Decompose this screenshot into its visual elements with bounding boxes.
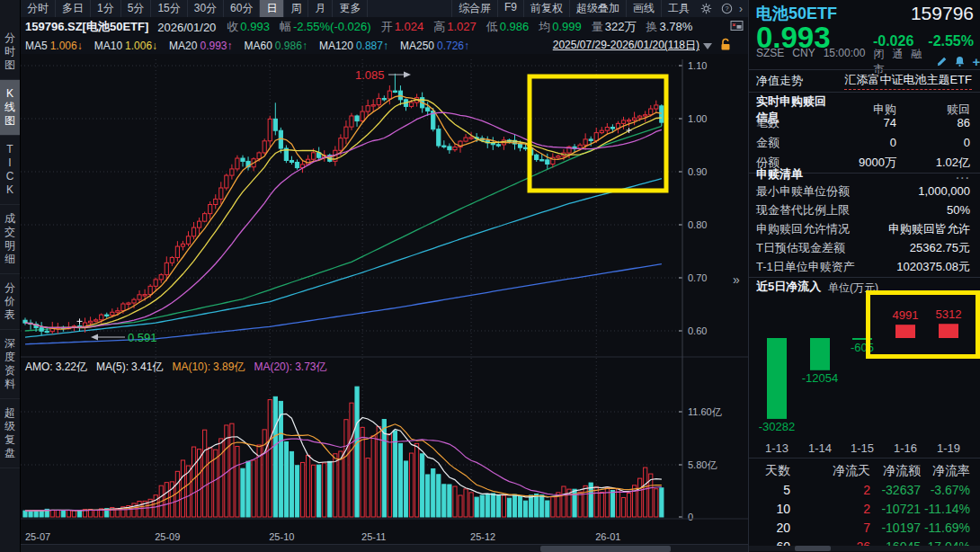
divider xyxy=(749,92,980,93)
svg-text:0.591: 0.591 xyxy=(128,331,157,344)
panel-horizontal-scrollbar[interactable] xyxy=(749,546,980,551)
list-row: T-1日单位申赎资产1020375.08元 xyxy=(749,257,980,276)
toolbar-tab[interactable]: 60分 xyxy=(224,0,260,17)
svg-text:11.60亿: 11.60亿 xyxy=(688,406,722,417)
list-row: 申购赎回允许情况申购赎回皆允许 xyxy=(749,219,980,238)
nav-trend-row[interactable]: 净值走势 汇添富中证电池主题ETF xyxy=(749,71,980,91)
ma-legend-item: MA101.006↓ xyxy=(94,40,157,52)
sidebar-items: 分 时 图K 线 图T I C K成 交 明 细分 价 表深 度 资 料超 级 … xyxy=(0,0,20,468)
left-sidebar: 分 时 图K 线 图T I C K成 交 明 细分 价 表深 度 资 料超 级 … xyxy=(0,0,21,552)
list-title: 申赎清单 xyxy=(756,166,803,183)
volume-legend-item: MA(20):3.73亿 xyxy=(254,360,326,375)
quote-field: 量322万 xyxy=(592,19,637,35)
toolbar-tool[interactable]: 前复权 xyxy=(523,0,569,17)
sidebar-item[interactable]: 成 交 明 细 xyxy=(0,205,20,274)
toolbar-tools: 综合屏F9前复权超级叠加画线工具 xyxy=(451,0,696,17)
svg-text:0.80: 0.80 xyxy=(688,219,707,230)
toolbar-tool[interactable]: F9 xyxy=(497,0,523,17)
ma-legend-item: MA200.993↑ xyxy=(169,40,232,52)
toolbar-tab[interactable]: 分时 xyxy=(21,0,56,17)
sidebar-item[interactable]: 超 级 复 盘 xyxy=(0,399,20,468)
settings-gear-icon[interactable] xyxy=(700,3,712,14)
toolbar-right-group: 综合屏F9前复权超级叠加画线工具 ? › xyxy=(451,0,748,17)
chart-panes[interactable]: 1.101.000.900.800.700.6011.60亿5.80亿01.08… xyxy=(21,54,748,552)
help-icon[interactable]: ? xyxy=(721,3,733,14)
x-axis-label: 25-07 xyxy=(25,531,50,542)
ma-legend-item: MA600.986↑ xyxy=(245,40,307,52)
sidebar-item[interactable]: T I C K xyxy=(0,136,20,205)
x-axis-label: 25-09 xyxy=(155,531,180,542)
quote-panel: 电池50ETF 159796 0.993 -0.026 -2.55% SZSEC… xyxy=(748,0,980,552)
x-axis-label: 26-01 xyxy=(595,531,620,542)
price-change-percent: -2.55% xyxy=(928,33,974,52)
toolbar-tab[interactable]: 15分 xyxy=(151,0,187,17)
sidebar-item[interactable]: K 线 图 xyxy=(0,80,20,136)
candlestick-and-volume-svg[interactable]: 1.101.000.900.800.700.6011.60亿5.80亿01.08… xyxy=(21,54,748,552)
toolbar-tool[interactable]: 工具 xyxy=(661,0,696,17)
svg-text:-605: -605 xyxy=(851,341,874,354)
flow-table-header: 天数净流天净流额净流率 xyxy=(749,462,980,480)
volume-legend-item: MA(5):3.41亿 xyxy=(96,360,163,375)
pip-window-icon[interactable] xyxy=(730,20,744,35)
svg-text:1-19: 1-19 xyxy=(937,441,960,455)
quote-field: 开1.024 xyxy=(381,19,424,35)
toolbar-tab[interactable]: 30分 xyxy=(188,0,224,17)
x-axis-label: 25-12 xyxy=(470,531,495,542)
date-range-selector[interactable]: 2025/07/29-2026/01/20(118日) xyxy=(553,38,732,54)
list-rows: 最小申赎单位份额1,000,000现金替代比例上限50%申购赎回允许情况申购赎回… xyxy=(749,182,980,276)
scrollbar-thumb[interactable] xyxy=(540,546,671,552)
quote-field: 收0.993 xyxy=(227,19,270,35)
chart-horizontal-scrollbar[interactable] xyxy=(21,544,748,552)
ma-legend-item: MA51.006↓ xyxy=(25,40,83,52)
x-axis-label: 25-10 xyxy=(269,531,294,542)
svg-text:1.085: 1.085 xyxy=(355,68,385,82)
ma-legend-item: MA1200.887↑ xyxy=(319,40,388,52)
realtime-row: 金额00 xyxy=(749,133,980,152)
flow-table-row: 52-32637-3.67% xyxy=(749,480,980,499)
svg-text:1.00: 1.00 xyxy=(688,113,707,124)
svg-text:0.90: 0.90 xyxy=(688,166,707,177)
add-plus-icon[interactable]: + xyxy=(972,54,980,69)
date-range-label[interactable]: 2025/07/29-2026/01/20(118日) xyxy=(553,38,699,53)
toolbar-tab[interactable]: 5分 xyxy=(121,0,152,17)
alert-bell-icon[interactable] xyxy=(954,54,966,69)
more-button[interactable]: ... xyxy=(956,166,970,183)
nav-trend-label[interactable]: 净值走势 xyxy=(756,73,803,89)
svg-text:4991: 4991 xyxy=(893,308,919,322)
volume-legend-item: AMO:3.22亿 xyxy=(25,360,87,375)
divider xyxy=(749,458,980,459)
toolbar-tool[interactable]: 画线 xyxy=(626,0,661,17)
flow-table-row: 102-10721-11.14% xyxy=(749,499,980,518)
toolbar-tool[interactable]: 超级叠加 xyxy=(569,0,626,17)
symbol-label: 159796.SZ[电池50ETF] xyxy=(25,19,148,35)
dropdown-triangle-icon[interactable] xyxy=(703,43,712,49)
fund-name-link[interactable]: 汇添富中证电池主题ETF xyxy=(844,72,972,90)
list-row: 最小申赎单位份额1,000,000 xyxy=(749,182,980,200)
toolbar-tab[interactable]: 周 xyxy=(284,0,308,17)
svg-text:5312: 5312 xyxy=(936,307,962,321)
quote-field: 换3.78% xyxy=(646,19,693,35)
unlock-icon[interactable] xyxy=(719,38,732,54)
chevron-right-icon[interactable]: › xyxy=(737,3,748,15)
sidebar-item[interactable]: 深 度 资 料 xyxy=(0,330,20,399)
divider xyxy=(749,277,980,278)
toolbar-tab[interactable]: 日 xyxy=(260,0,284,17)
toolbar-tab[interactable]: 1分 xyxy=(91,0,121,17)
sidebar-item[interactable]: 分 价 表 xyxy=(0,274,20,330)
svg-text:0.60: 0.60 xyxy=(688,325,707,336)
period-toolbar: 分时多日1分5分15分30分60分日周月更多 综合屏F9前复权超级叠加画线工具 … xyxy=(21,0,748,17)
svg-text:-30282: -30282 xyxy=(759,420,795,433)
panel-expander-chevron[interactable]: » xyxy=(733,272,740,287)
net-inflow-chart: -302821-13-120541-14-6051-1549911-165312… xyxy=(749,289,980,457)
svg-text:5.80亿: 5.80亿 xyxy=(688,459,717,470)
quote-info-row: 159796.SZ[电池50ETF] 2026/01/20 收0.993幅-2.… xyxy=(21,17,748,37)
panel-scrollbar-thumb[interactable] xyxy=(795,546,831,551)
toolbar-tool[interactable]: 综合屏 xyxy=(451,0,497,17)
toolbar-tab[interactable]: 月 xyxy=(308,0,333,17)
edit-pencil-icon[interactable] xyxy=(936,54,948,69)
quote-field: 低0.986 xyxy=(486,19,530,35)
toolbar-tab[interactable]: 更多 xyxy=(333,0,368,17)
sidebar-item[interactable]: 分 时 图 xyxy=(0,24,20,80)
svg-text:0.70: 0.70 xyxy=(688,272,707,283)
toolbar-tab[interactable]: 多日 xyxy=(56,0,91,17)
